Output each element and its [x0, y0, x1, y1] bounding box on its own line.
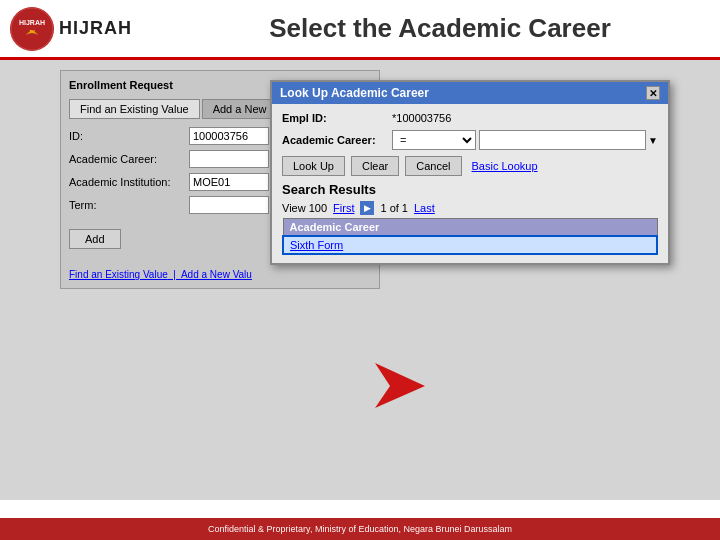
dialog-body: Empl ID: *100003756 Academic Career: = b… — [272, 104, 668, 263]
last-link[interactable]: Last — [414, 202, 435, 214]
academic-institution-label: Academic Institution: — [69, 176, 189, 188]
header: HIJRAH ™ HIJRAH Select the Academic Care… — [0, 0, 720, 60]
results-table-header: Academic Career — [283, 219, 657, 237]
basic-lookup-link[interactable]: Basic Lookup — [472, 160, 538, 172]
bottom-links: Find an Existing Value | Add a New Valu — [69, 269, 371, 280]
empl-id-label: Empl ID: — [282, 112, 392, 124]
lookup-dialog: Look Up Academic Career ✕ Empl ID: *1000… — [270, 80, 670, 265]
svg-marker-3 — [375, 363, 425, 408]
term-label: Term: — [69, 199, 189, 211]
page-info: 1 of 1 — [380, 202, 408, 214]
footer-text: Confidential & Proprietary, Ministry of … — [208, 524, 512, 534]
dropdown-arrow-icon: ▼ — [648, 135, 658, 146]
id-label: ID: — [69, 130, 189, 142]
academic-career-input[interactable] — [189, 150, 269, 168]
next-page-icon[interactable]: ▶ — [360, 201, 374, 215]
term-input[interactable] — [189, 196, 269, 214]
footer: Confidential & Proprietary, Ministry of … — [0, 518, 720, 540]
tab-add-new[interactable]: Add a New — [202, 99, 278, 119]
academic-career-dialog-row: Academic Career: = begins with contains … — [282, 130, 658, 150]
clear-button[interactable]: Clear — [351, 156, 399, 176]
svg-text:HIJRAH: HIJRAH — [19, 19, 45, 26]
empl-id-value: *100003756 — [392, 112, 451, 124]
logo-area: HIJRAH ™ HIJRAH — [10, 7, 170, 51]
dialog-titlebar: Look Up Academic Career ✕ — [272, 82, 668, 104]
academic-institution-input[interactable] — [189, 173, 269, 191]
sixth-form-link[interactable]: Sixth Form — [290, 239, 343, 251]
cancel-button[interactable]: Cancel — [405, 156, 461, 176]
dialog-close-button[interactable]: ✕ — [646, 86, 660, 100]
table-row[interactable]: Sixth Form — [283, 236, 657, 254]
look-up-button[interactable]: Look Up — [282, 156, 345, 176]
logo-icon: HIJRAH ™ — [10, 7, 54, 51]
id-input[interactable] — [189, 127, 269, 145]
dialog-button-row: Look Up Clear Cancel Basic Lookup — [282, 156, 658, 176]
academic-career-dialog-input[interactable] — [479, 130, 646, 150]
table-cell-sixth-form[interactable]: Sixth Form — [283, 236, 657, 254]
page-title: Select the Academic Career — [170, 13, 710, 44]
logo-text: HIJRAH — [59, 18, 132, 39]
main-content: Enrollment Request Find an Existing Valu… — [0, 60, 720, 500]
academic-career-dialog-label: Academic Career: — [282, 134, 392, 146]
view-label: View 100 — [282, 202, 327, 214]
academic-career-operator-select[interactable]: = begins with contains — [392, 130, 476, 150]
results-nav: View 100 First ▶ 1 of 1 Last — [282, 201, 658, 215]
add-button[interactable]: Add — [69, 229, 121, 249]
results-table: Academic Career Sixth Form — [282, 218, 658, 255]
first-link[interactable]: First — [333, 202, 354, 214]
bottom-link-find[interactable]: Find an Existing Value — [69, 269, 168, 280]
tab-find-existing[interactable]: Find an Existing Value — [69, 99, 200, 119]
bottom-link-add[interactable]: Add a New Valu — [181, 269, 252, 280]
search-results-title: Search Results — [282, 182, 658, 197]
academic-career-label: Academic Career: — [69, 153, 189, 165]
empl-id-row: Empl ID: *100003756 — [282, 112, 658, 124]
dialog-title: Look Up Academic Career — [280, 86, 429, 100]
